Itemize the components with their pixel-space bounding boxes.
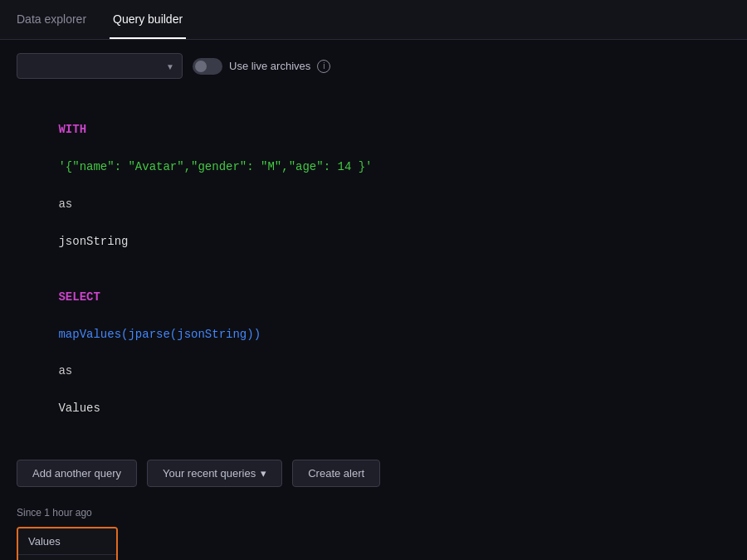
add-another-query-button[interactable]: Add another query [17,460,137,487]
keyword-with: WITH [58,123,86,136]
toggle-row: Use live archives i [193,58,330,75]
chevron-down-icon: ▾ [261,467,266,480]
table-cell-values[interactable]: ['Avatar', 'M', 14] [18,555,116,560]
toolbar-row: ▼ Use live archives i [17,53,730,79]
code-var-1: jsonString [58,235,128,248]
keyword-as-2: as [58,364,72,377]
main-content: ▼ Use live archives i WITH '{"name": "Av… [0,40,747,560]
keyword-select: SELECT [58,290,100,304]
live-archives-toggle[interactable] [193,58,222,75]
code-editor[interactable]: WITH '{"name": "Avatar","gender": "M","a… [17,92,730,446]
code-function: mapValues(jparse(jsonString)) [58,328,261,341]
tab-data-explorer[interactable]: Data explorer [13,1,90,39]
code-var-2: Values [58,402,100,415]
info-icon[interactable]: i [317,60,330,73]
action-row: Add another query Your recent queries ▾ … [17,460,730,487]
tab-query-builder[interactable]: Query builder [110,1,186,39]
create-alert-button[interactable]: Create alert [292,460,380,487]
results-section: Since 1 hour ago Values ['Avatar', 'M', … [17,507,730,560]
query-dropdown[interactable] [17,53,183,79]
code-string: '{"name": "Avatar","gender": "M","age": … [58,160,372,173]
since-label: Since 1 hour ago [17,507,730,519]
toggle-label: Use live archives [229,60,310,72]
query-dropdown-wrapper: ▼ [17,53,183,79]
keyword-as-1: as [58,197,72,211]
results-table-highlight: Values ['Avatar', 'M', 14] [17,527,118,560]
tab-bar: Data explorer Query builder [0,0,747,40]
recent-queries-button[interactable]: Your recent queries ▾ [147,460,282,487]
table-header-values: Values [18,528,116,555]
code-line-2: SELECT mapValues(jparse(jsonString)) as … [17,270,730,437]
code-line-1: WITH '{"name": "Avatar","gender": "M","a… [17,102,730,270]
